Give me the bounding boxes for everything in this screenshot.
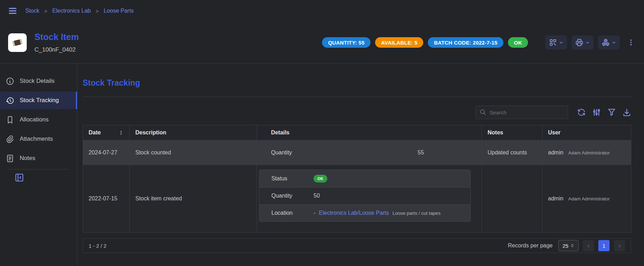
detail-row-status: Status OK [259,170,470,187]
next-page-button[interactable] [614,240,625,251]
breadcrumb-separator: > [44,8,47,14]
location-detail: Loose parts / cut tapes [393,211,441,216]
barcode-actions-button[interactable] [545,35,567,49]
section-heading: Stock Tracking [83,78,631,88]
username: admin [548,149,564,156]
detail-label: Quantity [259,193,314,199]
print-actions-button[interactable] [572,35,593,49]
previous-page-button[interactable] [583,240,594,251]
main-panel: Stock Tracking [77,64,644,266]
location-prefix: - [314,210,315,216]
table-row[interactable]: 2022-07-15 Stock item created Status OK [83,165,631,233]
page-size-select[interactable]: 25 [558,240,579,251]
printer-icon [575,38,584,47]
column-header-details[interactable]: Details [257,125,482,140]
status-badge: OK [508,37,528,48]
cell-date: 2024-07-27 [83,140,130,165]
more-options-button[interactable] [627,38,635,47]
page-subtitle: C_100nF_0402 [34,46,79,53]
table-toolbar [83,105,631,119]
detail-row-location: Location - Electronics Lab/Loose Parts L… [259,204,470,221]
detail-label: Location [259,210,314,216]
paperclip-icon [6,135,14,144]
menu-icon[interactable] [8,6,18,16]
chevron-left-icon [586,243,591,248]
search-box [476,106,568,119]
sidebar-item-label: Allocations [20,116,49,123]
column-header-description[interactable]: Description [130,125,257,140]
chevron-down-icon [585,40,590,45]
breadcrumb-electronics-lab[interactable]: Electronics Lab [52,8,91,14]
capacitor-image [12,39,23,46]
sidebar-item-label: Attachments [20,135,53,142]
page-header: Stock Item C_100nF_0402 QUANTITY: 55 AVA… [0,22,644,64]
stock-item-thumbnail[interactable] [8,33,27,52]
chevron-down-icon [559,40,564,45]
page-1-button[interactable]: 1 [598,240,610,251]
cell-notes [482,165,542,233]
breadcrumb-stock[interactable]: Stock [25,8,39,14]
username: admin [548,195,564,202]
packages-icon [601,38,610,47]
table-header-row: Date Description Details Notes User [83,125,631,140]
stock-actions-button[interactable] [598,35,620,49]
table-footer: 1 - 2 / 2 Records per page 25 1 [83,238,631,253]
sidebar-item-allocations[interactable]: Allocations [0,111,77,128]
sidebar-item-stock-details[interactable]: Stock Details [0,72,77,90]
cell-details: Status OK Quantity 50 [257,165,482,233]
column-header-user[interactable]: User [542,125,631,140]
breadcrumb-loose-parts[interactable]: Loose Parts [104,8,134,14]
cell-description: Stock item created [130,165,257,233]
sidebar-item-label: Notes [20,155,35,162]
available-badge: AVAILABLE: 5 [375,37,424,48]
info-circle-icon [6,77,14,86]
stock-tracking-table: Date Description Details Notes User [83,125,631,233]
app-root: Stock > Electronics Lab > Loose Parts St… [0,0,644,266]
detail-label: Quantity [271,149,325,156]
topbar: Stock > Electronics Lab > Loose Parts [0,0,644,22]
detail-row-quantity: Quantity 50 [259,187,470,204]
search-input[interactable] [490,109,564,115]
heading-divider [83,97,631,97]
column-header-notes[interactable]: Notes [482,125,542,140]
cell-details: Quantity 55 [257,140,482,165]
history-icon [6,96,14,105]
detail-sub-table: Status OK Quantity 50 [259,169,471,222]
page-size-value: 25 [562,243,568,249]
sidebar-item-stock-tracking[interactable]: Stock Tracking [0,92,77,109]
column-header-date[interactable]: Date [83,125,130,140]
status-ok-badge: OK [314,175,327,182]
bookmark-icon [6,115,14,124]
sidebar-item-notes[interactable]: Notes [0,149,77,167]
detail-value: 55 [325,149,476,156]
refresh-icon[interactable] [577,108,586,117]
detail-value: 50 [314,193,320,199]
column-settings-icon[interactable] [592,108,601,117]
sidebar-item-label: Stock Details [20,78,54,85]
records-per-page-label: Records per page [508,242,553,249]
cell-user: admin Adam Administrator [542,165,631,233]
location-link[interactable]: Electronics Lab/Loose Parts [319,210,389,216]
breadcrumb: Stock > Electronics Lab > Loose Parts [25,8,134,14]
sidebar-item-label: Stock Tracking [20,97,59,104]
batch-code-badge: BATCH CODE: 2022-7-15 [428,37,503,48]
cell-notes: Updated counts [482,140,542,165]
select-chevrons-icon [570,243,574,248]
user-fullname: Adam Administrator [568,150,610,155]
sidebar: Stock Details Stock Tracking Allocations… [0,64,77,266]
qr-code-icon [549,38,557,47]
sidebar-item-attachments[interactable]: Attachments [0,130,77,148]
sidebar-collapse-button[interactable] [14,172,25,183]
detail-label: Status [259,175,314,182]
table-row[interactable]: 2024-07-27 Stock counted Quantity 55 Upd… [83,140,631,165]
sort-icon[interactable] [118,130,124,135]
cell-description: Stock counted [130,140,257,165]
record-range: 1 - 2 / 2 [89,243,107,249]
breadcrumb-separator: > [96,8,99,14]
filter-icon[interactable] [607,108,616,117]
sidebar-divider [8,169,69,169]
cell-date: 2022-07-15 [83,165,130,233]
chevron-right-icon [617,243,622,248]
chevron-down-icon [612,40,616,45]
download-icon[interactable] [622,108,631,117]
